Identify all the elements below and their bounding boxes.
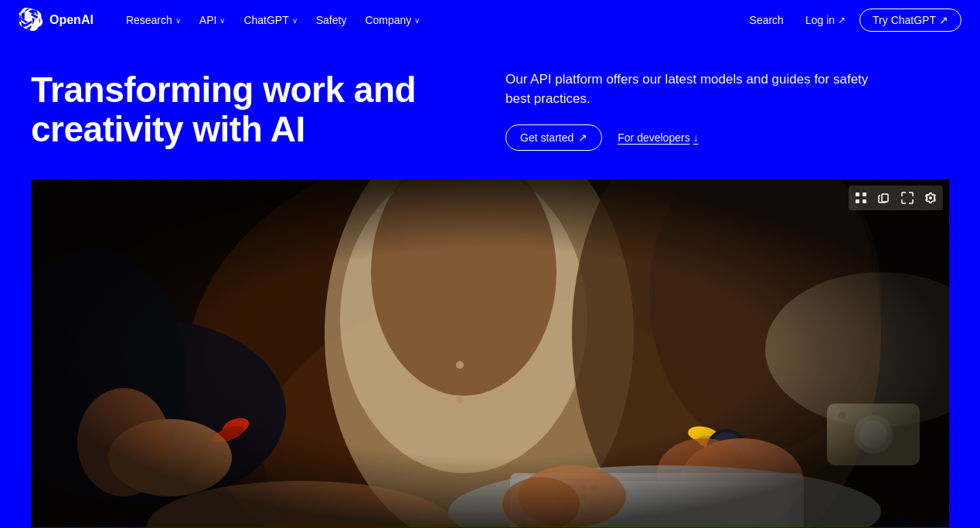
chevron-down-icon: ∨ <box>414 16 420 25</box>
hero-left: Transforming work and creativity with AI <box>31 70 475 148</box>
get-started-button[interactable]: Get started ↗ <box>505 124 602 151</box>
chevron-down-icon: ∨ <box>219 16 225 25</box>
image-section <box>0 179 980 527</box>
svg-rect-1 <box>863 192 866 196</box>
hero-buttons: Get started ↗ For developers ↓ <box>505 124 949 151</box>
toolbar-grid-icon[interactable] <box>850 187 872 209</box>
search-button[interactable]: Search <box>742 9 791 31</box>
chevron-down-icon: ∨ <box>292 16 298 25</box>
hero-right: Our API platform offers our latest model… <box>505 70 949 151</box>
svg-rect-52 <box>31 179 949 527</box>
brand-logo[interactable]: OpenAI <box>19 8 94 32</box>
toolbar-settings-icon[interactable] <box>920 187 941 209</box>
arrow-icon: ↗ <box>578 131 587 144</box>
nav-link-chatgpt[interactable]: ChatGPT ∨ <box>236 9 305 31</box>
arrow-icon: ↗ <box>838 15 846 26</box>
hero-image <box>31 179 949 527</box>
chevron-down-icon: ∨ <box>175 16 181 25</box>
navigation: OpenAI Research ∨ API ∨ ChatGPT ∨ Safety… <box>0 0 980 40</box>
openai-logo-icon <box>19 8 43 32</box>
arrow-icon: ↗ <box>939 14 948 26</box>
image-toolbar <box>849 186 943 210</box>
hero-headline: Transforming work and creativity with AI <box>31 70 475 148</box>
svg-rect-3 <box>863 199 866 203</box>
nav-link-research[interactable]: Research ∨ <box>118 9 189 31</box>
toolbar-copy-icon[interactable] <box>873 187 895 209</box>
nav-link-company[interactable]: Company ∨ <box>357 9 427 31</box>
svg-rect-0 <box>856 192 859 196</box>
arrow-down-icon: ↓ <box>693 131 699 144</box>
brand-name: OpenAI <box>49 13 94 27</box>
nav-link-api[interactable]: API ∨ <box>192 9 233 31</box>
nav-links: Research ∨ API ∨ ChatGPT ∨ Safety Compan… <box>118 9 742 31</box>
nav-link-safety[interactable]: Safety <box>308 9 355 31</box>
svg-rect-4 <box>882 194 888 202</box>
svg-rect-2 <box>856 199 859 203</box>
hero-section: Transforming work and creativity with AI… <box>0 40 980 179</box>
try-chatgpt-button[interactable]: Try ChatGPT ↗ <box>859 9 961 32</box>
login-button[interactable]: Log in ↗ <box>798 9 853 31</box>
hero-image-svg <box>31 179 949 527</box>
toolbar-expand-icon[interactable] <box>897 187 918 209</box>
hero-description: Our API platform offers our latest model… <box>505 70 876 109</box>
for-developers-button[interactable]: For developers ↓ <box>618 131 698 144</box>
nav-actions: Search Log in ↗ Try ChatGPT ↗ <box>742 9 961 32</box>
